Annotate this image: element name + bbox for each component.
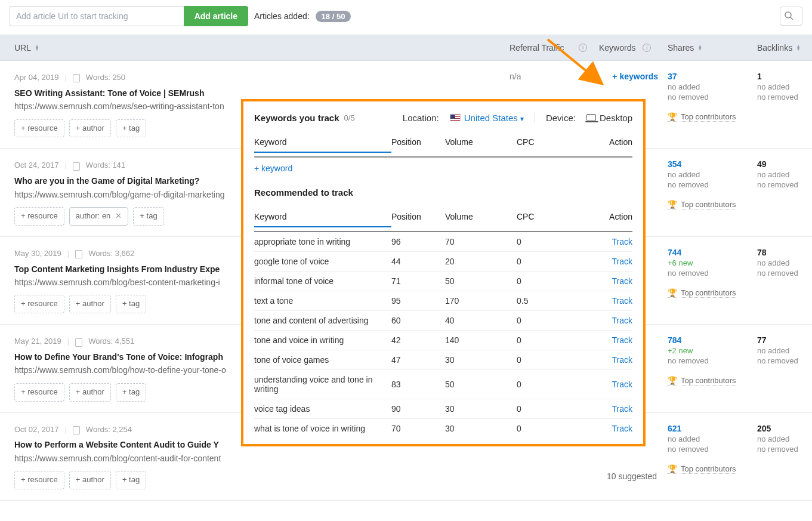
- top-contributors-link[interactable]: 🏆Top contributors: [668, 112, 757, 122]
- tag-button[interactable]: + author: [69, 119, 111, 138]
- tag-button[interactable]: + resource: [14, 295, 64, 313]
- backlinks-added: no added: [757, 170, 812, 179]
- top-contributors-link[interactable]: 🏆Top contributors: [668, 200, 757, 209]
- keyword-position: 96: [391, 237, 445, 246]
- track-button[interactable]: Track: [612, 335, 632, 345]
- keyword-volume: 50: [445, 276, 517, 286]
- sort-icon: ▲▼: [35, 45, 39, 51]
- svg-point-0: [785, 12, 791, 18]
- trophy-icon: 🏆: [668, 288, 677, 298]
- backlinks-count[interactable]: 77: [757, 335, 812, 345]
- chevron-down-icon: ▾: [520, 115, 524, 123]
- document-icon: [73, 162, 80, 171]
- tag-button[interactable]: + resource: [14, 471, 64, 489]
- tag-button[interactable]: + tag: [116, 471, 146, 489]
- top-contributors-link[interactable]: 🏆Top contributors: [668, 464, 757, 474]
- track-button[interactable]: Track: [612, 296, 632, 306]
- document-icon: [73, 74, 80, 82]
- location-label: Location:: [403, 113, 439, 123]
- keyword-volume: 70: [445, 237, 517, 246]
- flag-us-icon: [450, 114, 461, 121]
- backlinks-count[interactable]: 49: [757, 159, 812, 169]
- article-title[interactable]: SEO Writing Assistant: Tone of Voice | S…: [14, 87, 510, 100]
- add-keywords-link[interactable]: + keywords: [612, 72, 658, 81]
- tag-button[interactable]: + tag: [116, 119, 146, 138]
- track-button[interactable]: Track: [612, 276, 632, 286]
- article-date: May 30, 2019: [14, 248, 61, 260]
- track-button[interactable]: Track: [612, 404, 632, 414]
- table-header: URL▲▼ Referral Traffici Keywordsi Shares…: [0, 35, 812, 61]
- tag-button[interactable]: + tag: [116, 295, 146, 313]
- recommended-keyword-row: tone and content of advertising 60 40 0 …: [254, 311, 632, 331]
- add-article-button[interactable]: Add article: [184, 6, 248, 26]
- shares-removed: no removed: [668, 269, 757, 278]
- backlinks-count[interactable]: 78: [757, 248, 812, 257]
- track-button[interactable]: Track: [612, 257, 632, 266]
- column-shares[interactable]: Shares▲▼: [668, 43, 757, 53]
- device-label: Device:: [546, 113, 576, 123]
- column-backlinks[interactable]: Backlinks▲▼: [757, 43, 812, 53]
- close-icon[interactable]: ✕: [115, 210, 122, 223]
- shares-count[interactable]: 37: [668, 72, 757, 81]
- tag-button[interactable]: + resource: [14, 383, 64, 402]
- info-icon[interactable]: i: [643, 44, 651, 52]
- keyword-position: 95: [391, 296, 445, 306]
- desktop-icon: [586, 114, 596, 121]
- tag-button[interactable]: + author: [69, 471, 111, 489]
- annotation-arrow: [542, 35, 613, 100]
- article-url-input[interactable]: [10, 6, 184, 26]
- backlinks-added: no added: [757, 434, 812, 443]
- shares-count[interactable]: 621: [668, 424, 757, 433]
- shares-added: no added: [668, 170, 757, 179]
- shares-count[interactable]: 744: [668, 248, 757, 257]
- backlinks-added: no added: [757, 258, 812, 267]
- add-keyword-link[interactable]: + keyword: [254, 164, 292, 173]
- backlinks-count[interactable]: 205: [757, 424, 812, 433]
- word-count: Words: 250: [86, 72, 125, 84]
- separator: [535, 112, 535, 123]
- search-icon: [784, 11, 794, 22]
- shares-removed: no removed: [668, 93, 757, 101]
- keyword-volume: 140: [445, 335, 517, 345]
- trophy-icon: 🏆: [668, 464, 677, 474]
- shares-count[interactable]: 784: [668, 335, 757, 345]
- backlinks-count[interactable]: 1: [757, 72, 812, 81]
- backlinks-added: no added: [757, 346, 812, 355]
- recommended-keyword-row: understanding voice and tone in writing …: [254, 370, 632, 399]
- track-button[interactable]: Track: [612, 316, 632, 325]
- trophy-icon: 🏆: [668, 112, 677, 122]
- location-selector[interactable]: United States ▾: [464, 113, 524, 123]
- recommended-keyword-row: appropriate tone in writing 96 70 0 Trac…: [254, 232, 632, 252]
- shares-count[interactable]: 354: [668, 159, 757, 169]
- keyword-position: 83: [391, 380, 445, 389]
- tag-button[interactable]: + author: [69, 383, 111, 402]
- column-url[interactable]: URL▲▼: [14, 43, 510, 53]
- keyword-position: 44: [391, 257, 445, 266]
- top-contributors-link[interactable]: 🏆Top contributors: [668, 288, 757, 298]
- backlinks-removed: no removed: [757, 445, 812, 454]
- keyword-volume: 40: [445, 316, 517, 325]
- tag-button[interactable]: + resource: [14, 207, 64, 226]
- keyword-position: 60: [391, 316, 445, 325]
- shares-added: no added: [668, 82, 757, 91]
- track-button[interactable]: Track: [612, 237, 632, 246]
- popover-count: 0/5: [344, 113, 355, 122]
- articles-count-pill: 18 / 50: [316, 11, 351, 22]
- tag-button[interactable]: author: en✕: [69, 207, 129, 226]
- top-contributors-link[interactable]: 🏆Top contributors: [668, 376, 757, 386]
- tag-button[interactable]: + resource: [14, 119, 64, 138]
- keyword-text: appropriate tone in writing: [254, 237, 391, 246]
- keyword-text: tone and content of advertising: [254, 316, 391, 325]
- tag-button[interactable]: + tag: [133, 207, 163, 226]
- track-button[interactable]: Track: [612, 355, 632, 365]
- shares-new: +2 new: [668, 346, 757, 355]
- tag-button[interactable]: + author: [69, 295, 111, 313]
- keyword-cpc: 0: [517, 257, 576, 266]
- suggested-count: 10 suggested: [599, 471, 658, 481]
- trophy-icon: 🏆: [668, 376, 677, 386]
- track-button[interactable]: Track: [612, 380, 632, 389]
- recommended-keyword-row: voice tag ideas 90 30 0 Track: [254, 399, 632, 419]
- tag-button[interactable]: + tag: [116, 383, 146, 402]
- track-button[interactable]: Track: [612, 424, 632, 433]
- keyword-cpc: 0: [517, 335, 576, 345]
